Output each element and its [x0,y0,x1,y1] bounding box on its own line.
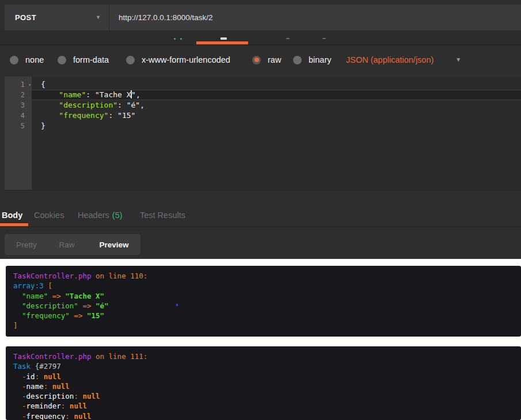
body-type-radio-form-data[interactable]: form-data [58,45,109,75]
gutter-line: 2 [5,90,32,100]
body-type-radio-none[interactable]: none [10,45,44,75]
dump-line: array:3 [ [13,281,521,291]
gutter-line: 4 [5,110,32,121]
code-token: frequency [26,412,66,420]
code-line: { [32,79,521,90]
response-tab-test-results[interactable]: Test Results [140,204,185,226]
content-type-select[interactable]: JSON (application/json) ▼ [346,45,461,75]
code-token: "é", [127,101,144,109]
response-tab-headers[interactable]: Headers(5) [78,204,123,226]
radio-icon [10,56,18,64]
line-number: 2 [21,90,25,100]
code-line: "frequency": "15" [32,110,521,121]
code-token: - [13,402,26,410]
code-line: } [32,121,521,131]
request-tabstrip [0,30,521,45]
view-mode-label: Raw [59,240,74,249]
response-tab-cookies[interactable]: Cookies [34,204,64,226]
code-token: - [13,372,26,381]
cropped-tab-text [322,38,326,39]
response-tab-body[interactable]: Body [2,204,22,226]
tab-content-dot-icon [180,38,182,40]
tab-content-dot-icon [174,38,176,40]
dump-block: TaskController.php on line 110:array:3 [… [6,266,521,337]
radio-label: none [25,55,44,64]
code-token: : [61,402,70,410]
radio-icon [252,56,261,64]
dump-line: -id: null [13,372,521,381]
code-token: "é" [96,301,109,310]
code-token: {#2797 [35,362,61,371]
response-tab-label: Cookies [34,211,64,220]
stray-caret-artifact [176,304,178,306]
dump-block: TaskController.php on line 111:Task {#27… [6,346,521,420]
line-number: 4 [21,110,25,121]
code-token: null [70,402,87,410]
editor-code-area[interactable]: { "name": "Tache X", "description": "é",… [32,77,521,190]
method-select[interactable]: POST ▼ [5,5,109,30]
code-token [13,301,22,310]
content-type-label: JSON (application/json) [346,55,433,64]
code-token: : [117,101,127,109]
code-token [31,362,35,371]
dump-line: -description: null [13,391,521,401]
dump-line: -reminder: null [13,401,521,411]
view-mode-pretty[interactable]: Pretty [16,234,36,255]
active-tab-underline [196,41,248,44]
url-field[interactable]: http://127.0.0.1:8000/task/2 [109,5,521,30]
code-token: "15" [87,311,104,320]
body-type-radio-raw[interactable]: raw [252,45,281,75]
code-token: null [44,372,61,381]
radio-label: form-data [73,55,109,64]
radio-icon [58,56,66,64]
code-token: - [13,382,26,391]
code-token: null [74,412,91,420]
code-token: on line 110: [91,272,147,280]
body-type-options: JSON (application/json) ▼ noneform-datax… [0,45,521,75]
view-mode-preview[interactable]: Preview [99,234,128,255]
code-token: ", [131,90,140,99]
code-token: : [35,372,44,381]
code-token: "name" [22,292,48,300]
code-token: => [78,301,96,310]
view-mode-label: Pretty [16,240,36,249]
gutter-line: 1▾ [5,79,32,90]
code-token: null [52,382,70,391]
code-token: : [44,382,52,391]
fold-chevron-icon[interactable]: ▾ [28,80,31,90]
dump-line: "name" => "Tache X" [13,291,521,301]
url-text: http://127.0.0.1:8000/task/2 [119,13,213,22]
line-number: 5 [21,121,25,131]
code-token: => [70,311,87,320]
cropped-tab-text [286,38,290,39]
code-token [13,311,22,320]
code-token: TaskController.php [13,352,91,361]
dump-line: TaskController.php on line 111: [13,352,521,361]
code-token: array:3 [13,281,44,290]
gutter-line: 3 [5,100,32,110]
dump-line: ] [13,320,521,330]
body-type-radio-x-www-form-urlencoded[interactable]: x-www-form-urlencoded [126,45,230,75]
code-token: "description" [59,101,117,109]
view-mode-raw[interactable]: Raw [59,234,74,255]
code-token: : [86,90,95,99]
code-token: "Tache X" [65,292,104,300]
request-body-editor[interactable]: 1▾2345 { "name": "Tache X", "description… [5,77,521,190]
dump-line: TaskController.php on line 110: [13,271,521,281]
response-preview-pane: TaskController.php on line 110:array:3 [… [0,259,521,420]
code-token: description [26,392,74,400]
code-token: id [26,372,35,381]
code-token: "15" [117,111,135,120]
code-token: ] [13,321,18,330]
view-mode-label: Preview [99,240,128,249]
dump-line: -frequency: null [13,411,521,420]
response-tab-label: Headers [78,211,109,220]
code-token: name [26,382,44,391]
editor-gutter: 1▾2345 [5,77,32,190]
body-type-radio-binary[interactable]: binary [293,45,332,75]
line-number: 1 [21,79,25,90]
code-token: => [48,292,65,300]
method-label: POST [15,13,36,22]
response-tabs: BodyCookiesHeaders(5)Test Results [0,204,521,227]
code-token: } [41,121,45,130]
